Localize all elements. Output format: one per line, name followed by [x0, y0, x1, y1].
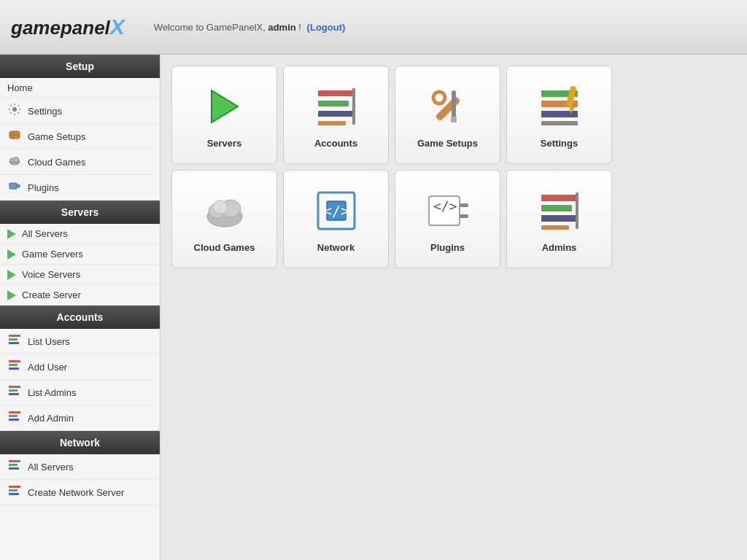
svg-rect-36: [451, 117, 457, 122]
sidebar: Setup Home Settings Game Setups Cloud Ga…: [0, 55, 160, 560]
settings-tile-label: Settings: [541, 138, 578, 149]
create-network-server-icon: [7, 484, 22, 500]
svg-rect-39: [541, 111, 578, 117]
content-area: Servers Accounts: [160, 55, 747, 560]
svg-text:</>: </>: [322, 202, 349, 219]
logo-x: X: [110, 15, 125, 39]
sidebar-item-cloud-games[interactable]: Cloud Games: [0, 149, 160, 175]
logo-game: game: [11, 17, 61, 39]
svg-point-0: [12, 107, 17, 112]
network-tile-icon: </>: [311, 185, 362, 236]
tile-network[interactable]: </> Network: [283, 170, 389, 268]
logout-link[interactable]: (Logout): [307, 22, 346, 33]
logo: gamepanelX: [11, 15, 125, 39]
sidebar-item-add-user[interactable]: Add User: [0, 354, 160, 380]
sidebar-item-plugins[interactable]: Plugins: [0, 175, 160, 201]
servers-tile-label: Servers: [207, 138, 242, 149]
svg-rect-33: [435, 96, 460, 121]
tile-cloud-games[interactable]: Cloud Games: [171, 170, 277, 268]
sidebar-setup-header: Setup: [0, 55, 160, 78]
svg-rect-56: [541, 205, 572, 211]
play-icon-create-server: [7, 290, 16, 300]
svg-rect-8: [17, 184, 20, 187]
add-user-icon: [7, 359, 22, 375]
play-icon-all-servers: [7, 229, 16, 239]
tile-servers[interactable]: Servers: [171, 66, 277, 164]
logo-text: gamepanelX: [11, 15, 125, 39]
svg-point-34: [433, 92, 445, 104]
svg-rect-21: [9, 460, 20, 462]
sidebar-item-game-servers[interactable]: Game Servers: [0, 244, 160, 265]
tile-accounts[interactable]: Accounts: [283, 66, 389, 164]
plugins-label: Plugins: [28, 182, 59, 193]
svg-rect-23: [9, 467, 19, 470]
settings-icon: [7, 103, 22, 119]
plugins-icon: [7, 179, 22, 195]
svg-rect-30: [318, 111, 353, 117]
tile-plugins[interactable]: </> Plugins: [395, 170, 500, 268]
network-all-servers-label: All Servers: [28, 462, 74, 472]
create-server-label: Create Server: [22, 289, 81, 300]
list-admins-label: List Admins: [28, 387, 76, 398]
svg-rect-10: [9, 338, 18, 341]
svg-rect-14: [9, 368, 19, 370]
tile-game-setups[interactable]: Game Setups: [395, 66, 500, 164]
network-tile-label: Network: [317, 242, 355, 253]
sidebar-servers-header: Servers: [0, 201, 160, 224]
game-setups-tile-icon: [422, 81, 473, 132]
svg-point-46: [213, 201, 228, 214]
play-icon-voice-servers: [7, 270, 16, 280]
svg-rect-29: [318, 101, 349, 106]
voice-servers-label: Voice Servers: [22, 269, 80, 280]
cloud-games-tile-label: Cloud Games: [194, 242, 255, 253]
create-network-server-label: Create Network Server: [28, 487, 124, 498]
sidebar-item-game-setups[interactable]: Game Setups: [0, 124, 160, 149]
logo-panel: panel: [61, 17, 110, 39]
sidebar-item-voice-servers[interactable]: Voice Servers: [0, 265, 160, 285]
settings-label: Settings: [28, 106, 62, 117]
svg-rect-28: [318, 90, 355, 96]
main-layout: Setup Home Settings Game Setups Cloud Ga…: [0, 55, 747, 560]
svg-text:</>: </>: [433, 198, 457, 214]
admin-name: admin: [268, 22, 295, 33]
add-admin-icon: [7, 410, 22, 426]
svg-rect-15: [9, 386, 20, 388]
sidebar-network-header: Network: [0, 431, 160, 454]
svg-rect-13: [9, 364, 18, 366]
svg-rect-57: [541, 215, 576, 222]
tiles-grid: Servers Accounts: [171, 66, 736, 268]
svg-rect-20: [9, 419, 19, 421]
sidebar-accounts-header: Accounts: [0, 306, 160, 329]
accounts-tile-label: Accounts: [314, 138, 357, 149]
cloud-games-tile-icon: [199, 185, 250, 236]
sidebar-item-home[interactable]: Home: [0, 78, 160, 98]
svg-rect-53: [460, 203, 468, 207]
sidebar-item-create-network-server[interactable]: Create Network Server: [0, 480, 160, 505]
plugins-tile-label: Plugins: [430, 242, 465, 253]
welcome-message: Welcome to GamePanelX, admin ! (Logout): [154, 22, 345, 33]
sidebar-item-all-servers[interactable]: All Servers: [0, 224, 160, 244]
game-servers-label: Game Servers: [22, 249, 83, 260]
all-servers-label: All Servers: [22, 228, 68, 239]
sidebar-item-settings[interactable]: Settings: [0, 98, 160, 124]
header: gamepanelX Welcome to GamePanelX, admin …: [0, 0, 747, 55]
tile-admins[interactable]: Admins: [506, 170, 612, 268]
list-users-label: List Users: [28, 336, 70, 347]
sidebar-item-add-admin[interactable]: Add Admin: [0, 405, 160, 431]
svg-rect-58: [541, 225, 569, 230]
svg-point-6: [13, 158, 19, 163]
svg-rect-25: [9, 489, 18, 491]
game-setups-tile-label: Game Setups: [417, 138, 478, 149]
sidebar-item-create-server[interactable]: Create Server: [0, 285, 160, 306]
svg-rect-16: [9, 389, 18, 392]
sidebar-item-network-all-servers[interactable]: All Servers: [0, 454, 160, 480]
home-label: Home: [7, 82, 33, 93]
svg-rect-11: [9, 342, 19, 344]
tile-settings[interactable]: Settings: [506, 66, 612, 164]
sidebar-item-list-users[interactable]: List Users: [0, 329, 160, 354]
admins-tile-label: Admins: [542, 242, 577, 253]
sidebar-item-list-admins[interactable]: List Admins: [0, 380, 160, 405]
welcome-suffix: !: [298, 22, 301, 33]
list-admins-icon: [7, 384, 22, 400]
admins-tile-icon: [534, 185, 585, 236]
